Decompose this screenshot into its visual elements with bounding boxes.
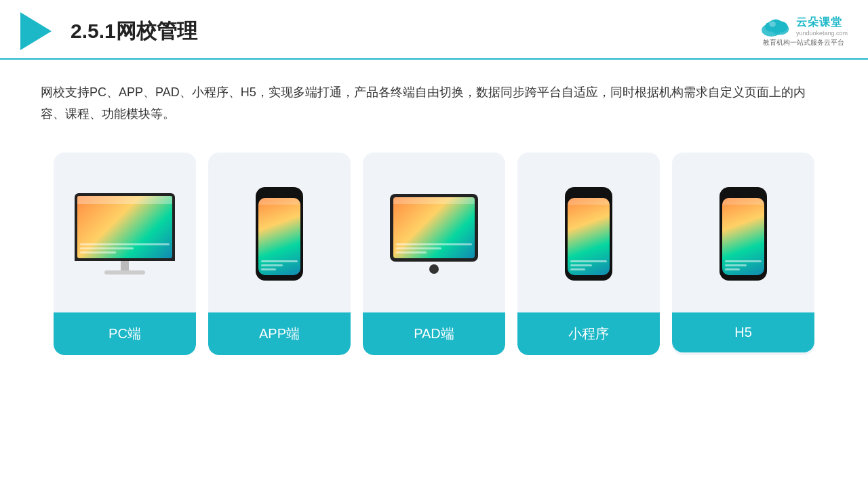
brand-icon: 云朵课堂 yunduoketang.com: [760, 15, 848, 37]
cards-container: PC端 APP端: [0, 139, 868, 355]
page-title: 2.5.1网校管理: [71, 18, 197, 45]
cloud-icon: [760, 15, 792, 37]
card-mini: 小程序: [517, 152, 660, 355]
header: 2.5.1网校管理 云朵课堂 yunduoketang.com 教育机构一站式服…: [0, 0, 868, 60]
description-text: 网校支持PC、APP、PAD、小程序、H5，实现多端打通，产品各终端自由切换，数…: [41, 81, 827, 125]
header-left: 2.5.1网校管理: [20, 12, 197, 50]
brand-name: 云朵课堂 yunduoketang.com: [796, 16, 848, 37]
card-app-image: [208, 166, 351, 302]
monitor-illustration: [75, 193, 175, 274]
brand-logo: 云朵课堂 yunduoketang.com 教育机构一站式服务云平台: [760, 15, 848, 47]
card-h5: H5: [672, 152, 814, 355]
card-pad-label: PAD端: [363, 312, 505, 355]
play-icon: [20, 12, 52, 50]
phone-h5-illustration: [719, 187, 767, 281]
card-pad-image: [363, 166, 505, 302]
phone-mini-illustration: [565, 187, 612, 281]
svg-point-5: [769, 22, 776, 27]
card-pc: PC端: [54, 152, 196, 355]
card-mini-image: [517, 166, 660, 302]
card-h5-image: [672, 166, 814, 302]
card-pc-label: PC端: [54, 312, 196, 355]
description: 网校支持PC、APP、PAD、小程序、H5，实现多端打通，产品各终端自由切换，数…: [0, 60, 868, 139]
card-pad: PAD端: [363, 152, 505, 355]
phone-illustration: [256, 187, 303, 281]
card-h5-label: H5: [672, 312, 814, 352]
brand-tagline: 教育机构一站式服务云平台: [763, 38, 844, 47]
svg-point-4: [774, 22, 787, 33]
card-app-label: APP端: [208, 312, 351, 355]
card-app: APP端: [208, 152, 351, 355]
card-pc-image: [54, 166, 196, 302]
tablet-illustration: [390, 194, 478, 274]
card-mini-label: 小程序: [517, 312, 660, 355]
